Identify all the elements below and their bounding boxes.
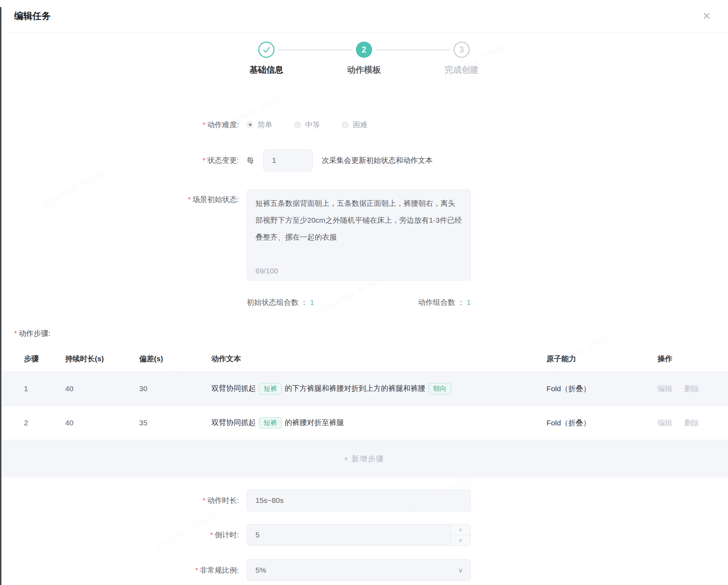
cell-duration: 40 [65,419,139,427]
delete-link[interactable]: 删除 [684,419,699,427]
required-mark: * [14,329,17,337]
required-mark: * [195,566,198,574]
step-complete-creation: 3 完成创建 [413,42,511,75]
difficulty-label: *动作难度: [0,120,247,130]
col-header-deviation: 偏差(s) [139,354,211,364]
col-header-ops: 操作 [658,354,717,364]
state-change-label: *状态变更: [0,155,247,165]
close-icon[interactable]: ✕ [702,11,711,21]
field-difficulty: *动作难度: 简单 中等 困难 [0,120,728,130]
edit-link[interactable]: 编辑 [658,419,672,427]
step-connector [375,49,450,50]
table-header-row: 步骤 持续时长(s) 偏差(s) 动作文本 原子能力 操作 [0,346,728,372]
step-3-label: 完成创建 [445,64,479,75]
dialog-title: 编辑任务 [14,10,51,22]
unusual-ratio-select[interactable]: 5% ∨ [247,559,471,581]
cell-ops: 编辑 删除 [658,384,717,394]
step-3-circle: 3 [454,42,470,58]
dialog-header: 编辑任务 ✕ [0,0,728,32]
difficulty-radio-group: 简单 中等 困难 [247,120,389,130]
initial-combo-value: 1 [310,298,314,306]
radio-hard-label: 困难 [353,120,368,130]
add-step-button[interactable]: + 新增步骤 [344,454,384,464]
col-header-ability: 原子能力 [547,354,658,364]
action-combo-count: 动作组合数 ：1 [418,297,471,307]
cell-step: 2 [24,419,65,427]
radio-hard[interactable]: 困难 [342,120,368,130]
check-icon [261,44,272,55]
unusual-ratio-label: *非常规比例: [0,565,247,575]
step-basic-info: 基础信息 [218,42,315,75]
radio-simple-label: 简单 [258,120,272,130]
radio-icon [294,122,301,128]
action-duration-input[interactable]: 15s~80s [247,489,471,511]
required-mark: * [203,156,205,164]
required-mark: * [188,195,191,203]
step-2-circle: 2 [356,42,372,58]
action-steps-table: 步骤 持续时长(s) 偏差(s) 动作文本 原子能力 操作 1 40 30 双臂… [0,346,728,478]
combo-counts-row: 初始状态组合数 ：1 动作组合数 ：1 [0,297,728,307]
step-2-label: 动作模板 [347,64,381,75]
page-left-edge [0,7,1,585]
field-unusual-ratio: *非常规比例: 5% ∨ [0,559,728,581]
cell-ops: 编辑 删除 [658,418,717,428]
table-row: 2 40 35 双臂协同抓起短裤的裤腰对折至裤腿 Fold（折叠） 编辑 删除 [0,406,728,440]
radio-simple[interactable]: 简单 [247,120,272,130]
field-action-duration: *动作时长: 15s~80s [0,489,728,511]
radio-icon [342,122,348,128]
table-row: 1 40 30 双臂协同抓起短裤的下方裤腿和裤腰对折到上方的裤腿和裤腰朝向 Fo… [0,372,728,406]
unusual-ratio-value: 5% [247,559,471,581]
initial-state-textarea[interactable]: 短裤五条数据背面朝上，五条数据正面朝上，裤腰朝右，离头部视野下方至少20cm之外… [247,190,471,281]
radio-selected-icon [247,122,253,128]
field-initial-state: *场景初始状态: 短裤五条数据背面朝上，五条数据正面朝上，裤腰朝右，离头部视野下… [0,190,728,281]
cell-deviation: 30 [139,384,211,393]
state-change-input[interactable]: 1 [263,149,313,171]
field-countdown: *倒计时: 5 ∧ ∨ [0,524,728,546]
cell-ability: Fold（折叠） [547,418,658,428]
cell-action-text: 双臂协同抓起短裤的裤腰对折至裤腿 [211,417,547,429]
number-stepper: ∧ ∨ [450,524,470,546]
char-counter: 69/100 [255,267,278,275]
cell-deviation: 35 [139,419,211,427]
initial-combo-count: 初始状态组合数 ：1 [247,297,314,307]
step-1-circle [258,42,274,58]
increment-button[interactable]: ∧ [451,524,470,535]
object-tag: 短裤 [259,417,282,429]
stepper: 基础信息 2 动作模板 3 完成创建 [0,32,728,75]
initial-state-label: *场景初始状态: [0,190,247,204]
countdown-value[interactable]: 5 [247,524,471,546]
radio-medium-label: 中等 [305,120,320,130]
cell-step: 1 [24,384,65,393]
step-action-template: 2 动作模板 [315,42,413,75]
countdown-label: *倒计时: [0,530,247,540]
required-mark: * [210,531,213,539]
action-duration-label: *动作时长: [0,495,247,505]
chevron-up-icon: ∧ [459,526,463,533]
cell-ability: Fold（折叠） [547,384,658,394]
required-mark: * [203,496,205,504]
delete-link[interactable]: 删除 [684,384,699,393]
add-step-band: + 新增步骤 [0,440,728,478]
step-connector [278,49,353,50]
required-mark: * [203,121,205,129]
countdown-number-input: 5 ∧ ∨ [247,524,471,546]
object-tag: 短裤 [259,383,282,395]
orientation-tag: 朝向 [428,383,451,395]
cell-action-text: 双臂协同抓起短裤的下方裤腿和裤腰对折到上方的裤腿和裤腰朝向 [211,383,547,395]
decrement-button[interactable]: ∨ [451,535,470,546]
field-state-change: *状态变更: 每 1 次采集会更新初始状态和动作文本 [0,149,728,171]
action-steps-section-label: *动作步骤: [0,328,728,338]
cell-duration: 40 [65,384,139,393]
initial-state-text: 短裤五条数据背面朝上，五条数据正面朝上，裤腰朝右，离头部视野下方至少20cm之外… [255,195,462,246]
state-change-suffix: 次采集会更新初始状态和动作文本 [322,155,433,165]
edit-link[interactable]: 编辑 [658,384,672,393]
col-header-text: 动作文本 [211,354,547,364]
state-change-prefix: 每 [247,155,254,165]
radio-medium[interactable]: 中等 [294,120,320,130]
action-combo-value: 1 [467,298,471,306]
step-1-label: 基础信息 [249,64,283,75]
col-header-duration: 持续时长(s) [65,354,139,364]
chevron-down-icon: ∨ [459,537,463,543]
col-header-step: 步骤 [24,354,65,364]
